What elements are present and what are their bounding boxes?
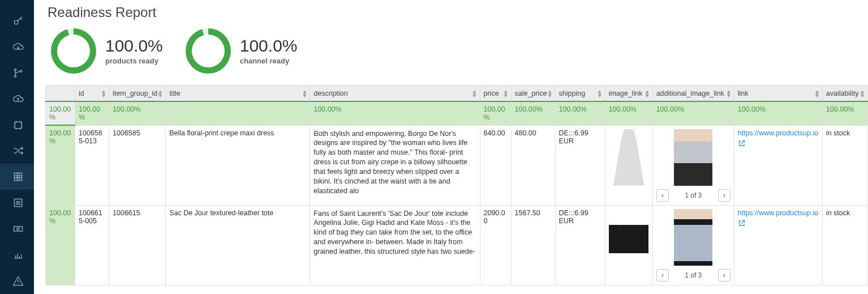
sort-icon[interactable]: ▲▼: [302, 90, 307, 97]
pct-cell: 100.00%: [652, 101, 734, 125]
svg-rect-7: [14, 227, 22, 231]
cell-link: https://www.productsup.io: [734, 125, 822, 205]
pager-prev-button[interactable]: ‹: [656, 189, 669, 202]
cell-title: Sac De Jour textured-leather tote: [166, 205, 310, 285]
cell-description: Both stylish and empowering, Borgo De No…: [310, 125, 480, 205]
cell-additional-image-link: ‹ 1 of 3 ›: [652, 125, 734, 205]
gauge-products-ready: 100.0% products ready: [51, 28, 163, 74]
cell-shipping: DE:::6.99 EUR: [555, 205, 605, 285]
col-shipping[interactable]: shipping▲▼: [555, 86, 605, 102]
cell-item-group-id: 1006585: [109, 125, 166, 205]
cell-description: Fans of Saint Laurent's 'Sac De Jour' to…: [310, 205, 480, 285]
frame-icon[interactable]: [0, 112, 34, 138]
image-pager: ‹ 1 of 3 ›: [656, 269, 731, 282]
pct-cell: 100.00%: [822, 101, 867, 125]
main-content: Readiness Report 100.0% products ready 1…: [34, 0, 868, 294]
col-availability[interactable]: availability▲▼: [822, 86, 867, 102]
pager-prev-button[interactable]: ‹: [656, 269, 669, 282]
svg-point-8: [16, 228, 19, 230]
sort-icon[interactable]: ▲▼: [547, 90, 553, 97]
sort-icon[interactable]: ▲▼: [503, 90, 509, 97]
cell-id: 1006615-005: [75, 205, 109, 285]
sort-icon[interactable]: ▲▼: [814, 90, 820, 97]
percentage-row: 100.00% 100.00% 100.00% 100.00% 100.00% …: [46, 101, 868, 125]
page-title: Readiness Report: [48, 5, 868, 20]
col-blank: [46, 86, 75, 102]
product-image-icon: [609, 225, 648, 253]
image-pager: ‹ 1 of 3 ›: [656, 189, 731, 202]
product-image-icon: [609, 129, 648, 186]
external-link-icon[interactable]: [738, 219, 746, 229]
product-link[interactable]: https://www.productsup.io: [738, 209, 818, 217]
svg-point-0: [14, 20, 18, 24]
col-sale-price[interactable]: sale_price▲▼: [511, 86, 555, 102]
gauge-ring-icon: [51, 28, 96, 74]
sort-icon[interactable]: ▲▼: [597, 90, 603, 97]
svg-point-3: [20, 70, 22, 72]
key-icon[interactable]: [0, 8, 34, 34]
cell-image-link: [605, 125, 652, 205]
cloud-download-icon[interactable]: [0, 34, 34, 60]
col-title[interactable]: title▲▼: [166, 86, 310, 102]
cell-availability: in stock: [822, 125, 867, 205]
svg-point-2: [14, 75, 16, 77]
pct-cell: 100.00%: [109, 101, 166, 125]
table-row: 100.00% 1006615-005 1006615 Sac De Jour …: [46, 205, 868, 285]
cell-shipping: DE:::6.99 EUR: [555, 125, 605, 205]
cell-item-group-id: 1006615: [109, 205, 166, 285]
cell-image-link: [605, 205, 652, 285]
cell-id: 1006585-013: [75, 125, 109, 205]
cell-availability: in stock: [822, 205, 867, 285]
row-pct: 100.00%: [46, 125, 75, 205]
pager-next-button[interactable]: ›: [718, 189, 731, 202]
cell-sale-price: 1567.50: [511, 205, 555, 285]
col-id[interactable]: id▲▼: [75, 86, 109, 102]
chart-icon[interactable]: [0, 242, 34, 268]
readiness-table: id▲▼ item_group_id▲▼ title▲▼ description…: [45, 85, 868, 289]
gauge-label: products ready: [105, 57, 163, 65]
cell-sale-price: 480.00: [511, 125, 555, 205]
pct-cell: 100.00%: [734, 101, 822, 125]
sort-icon[interactable]: ▲▼: [726, 90, 732, 97]
svg-point-1: [14, 69, 16, 70]
sidebar: [0, 0, 34, 294]
pct-cell: 100.00%: [605, 101, 652, 125]
sort-icon[interactable]: ▲▼: [644, 90, 650, 97]
pct-cell: 100.00%: [46, 101, 75, 125]
row-pct: 100.00%: [46, 205, 75, 285]
sort-icon[interactable]: ▲▼: [101, 90, 106, 97]
gauge-channel-ready: 100.0% channel ready: [186, 28, 298, 74]
pager-label: 1 of 3: [685, 271, 702, 279]
product-link[interactable]: https://www.productsup.io: [738, 129, 818, 137]
shuffle-icon[interactable]: [0, 138, 34, 164]
money-icon[interactable]: [0, 216, 34, 242]
sort-icon[interactable]: ▲▼: [860, 90, 865, 97]
cell-additional-image-link: ‹ 1 of 3 ›: [652, 205, 734, 285]
pct-cell: 100.00%: [511, 101, 555, 125]
col-additional-image-link[interactable]: additional_image_link▲▼: [652, 86, 734, 102]
col-link[interactable]: link▲▼: [734, 86, 822, 102]
warning-icon[interactable]: [0, 268, 34, 294]
pct-cell: 100.00%: [75, 101, 109, 125]
col-price[interactable]: price▲▼: [480, 86, 511, 102]
cell-price: 640.00: [480, 125, 511, 205]
pct-cell: [166, 101, 310, 125]
gauge-label: channel ready: [240, 57, 298, 65]
col-image-link[interactable]: image_link▲▼: [605, 86, 652, 102]
col-description[interactable]: description▲▼: [310, 86, 480, 102]
sort-icon[interactable]: ▲▼: [472, 90, 478, 97]
pct-cell: 100.00%: [480, 101, 511, 125]
sort-icon[interactable]: ▲▼: [157, 90, 163, 97]
col-item-group-id[interactable]: item_group_id▲▼: [109, 86, 166, 102]
pager-next-button[interactable]: ›: [718, 269, 731, 282]
grid-icon[interactable]: [0, 164, 34, 190]
list-icon[interactable]: [0, 190, 34, 216]
cloud-upload-icon[interactable]: [0, 86, 34, 112]
gauge-value: 100.0%: [240, 37, 298, 54]
external-link-icon[interactable]: [738, 139, 746, 149]
product-image-icon: [674, 129, 712, 186]
pct-cell: 100.00%: [310, 101, 480, 125]
gauge-value: 100.0%: [105, 37, 163, 54]
branch-icon[interactable]: [0, 60, 34, 86]
pct-cell: 100.00%: [555, 101, 605, 125]
